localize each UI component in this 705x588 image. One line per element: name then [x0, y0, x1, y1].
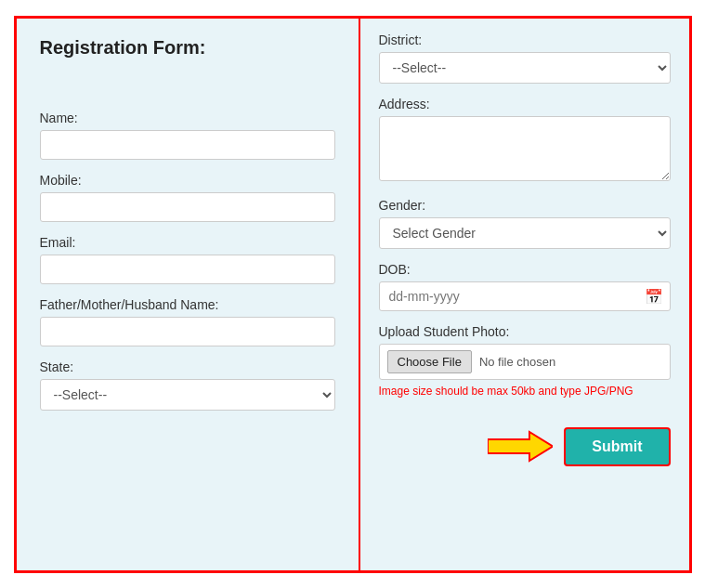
arrow-icon — [488, 430, 553, 463]
district-label: District: — [379, 33, 671, 47]
address-group: Address: — [379, 97, 671, 185]
mobile-label: Mobile: — [40, 173, 335, 188]
image-hint: Image size should be max 50kb and type J… — [379, 385, 671, 398]
state-group: State: --Select-- State 1 State 2 State … — [40, 359, 335, 411]
dob-label: DOB: — [379, 262, 671, 277]
upload-label: Upload Student Photo: — [379, 324, 671, 339]
parent-label: Father/Mother/Husband Name: — [40, 297, 335, 312]
parent-input[interactable] — [40, 317, 335, 346]
state-label: State: — [40, 359, 335, 374]
no-file-text: No file chosen — [479, 355, 555, 369]
gender-select[interactable]: Select Gender Male Female Other — [379, 217, 671, 249]
choose-file-button[interactable]: Choose File — [387, 350, 472, 373]
district-select[interactable]: --Select-- District 1 District 2 Distric… — [379, 52, 671, 84]
dob-input[interactable] — [379, 281, 671, 311]
upload-group: Upload Student Photo: Choose File No fil… — [379, 324, 671, 398]
name-input[interactable] — [40, 130, 335, 160]
gender-group: Gender: Select Gender Male Female Other — [379, 198, 671, 249]
dob-group: DOB: 📅 — [379, 262, 671, 311]
parent-group: Father/Mother/Husband Name: — [40, 297, 335, 346]
right-panel: District: --Select-- District 1 District… — [360, 19, 689, 570]
district-group: District: --Select-- District 1 District… — [379, 33, 671, 84]
mobile-group: Mobile: — [40, 173, 335, 222]
left-panel: Registration Form: Name: Mobile: Email: … — [17, 19, 360, 570]
registration-form-container: Registration Form: Name: Mobile: Email: … — [14, 16, 692, 573]
svg-marker-0 — [488, 432, 553, 461]
submit-row: Submit — [379, 427, 671, 466]
mobile-input[interactable] — [40, 192, 335, 222]
name-label: Name: — [40, 111, 335, 125]
name-group: Name: — [40, 111, 335, 160]
address-label: Address: — [379, 97, 671, 111]
email-label: Email: — [40, 235, 335, 250]
email-input[interactable] — [40, 255, 335, 284]
address-input[interactable] — [379, 116, 671, 181]
top-spacer — [40, 75, 335, 103]
dob-input-wrapper: 📅 — [379, 281, 671, 311]
form-title: Registration Form: — [40, 37, 335, 59]
submit-button[interactable]: Submit — [564, 427, 670, 466]
state-select[interactable]: --Select-- State 1 State 2 State 3 — [40, 379, 335, 411]
gender-label: Gender: — [379, 198, 671, 213]
email-group: Email: — [40, 235, 335, 284]
file-upload-wrapper: Choose File No file chosen — [379, 344, 671, 380]
